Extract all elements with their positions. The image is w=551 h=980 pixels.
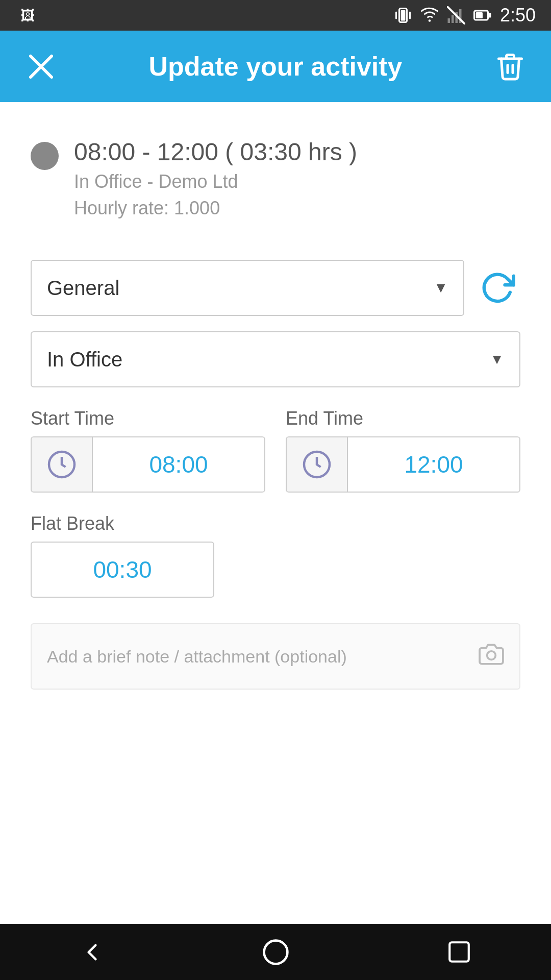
svg-rect-2 — [395, 12, 397, 19]
activity-location: In Office - Demo Ltd — [74, 171, 357, 192]
svg-rect-11 — [475, 12, 483, 18]
svg-rect-1 — [400, 10, 405, 21]
toolbar-title: Update your activity — [61, 51, 490, 82]
vibrate-icon — [394, 6, 412, 24]
close-button[interactable] — [20, 46, 61, 87]
activity-time-range: 08:00 - 12:00 ( 03:30 hrs ) — [74, 138, 357, 166]
back-button[interactable] — [61, 932, 122, 972]
end-time-clock-button[interactable] — [287, 437, 348, 492]
location-dropdown-label: In Office — [47, 348, 122, 371]
svg-rect-3 — [409, 12, 411, 19]
time-section: Start Time 08:00 End Time — [31, 408, 520, 493]
svg-point-17 — [487, 651, 496, 659]
svg-rect-12 — [489, 13, 491, 18]
location-chevron-down-icon: ▼ — [490, 351, 504, 368]
camera-icon — [479, 642, 504, 672]
svg-point-4 — [429, 19, 431, 22]
status-right-icons: 2:50 — [394, 5, 536, 26]
start-time-value[interactable]: 08:00 — [93, 437, 264, 492]
flat-break-value: 00:30 — [93, 556, 152, 583]
bottom-nav — [0, 924, 551, 980]
start-time-clock-button[interactable] — [32, 437, 93, 492]
location-dropdown[interactable]: In Office ▼ — [31, 331, 520, 387]
activity-rate: Hourly rate: 1.000 — [74, 198, 357, 219]
refresh-button[interactable] — [474, 265, 520, 311]
toolbar: Update your activity — [0, 31, 551, 102]
svg-point-18 — [264, 940, 287, 964]
svg-rect-5 — [447, 18, 450, 23]
gallery-icon: 🖼 — [20, 7, 35, 24]
wifi-icon — [420, 6, 439, 24]
category-dropdown-row: General ▼ — [31, 260, 520, 316]
category-chevron-down-icon: ▼ — [434, 280, 448, 296]
flat-break-input[interactable]: 00:30 — [31, 542, 214, 598]
start-time-input-row: 08:00 — [31, 436, 265, 493]
main-content: 08:00 - 12:00 ( 03:30 hrs ) In Office - … — [0, 102, 551, 710]
flat-break-section: Flat Break 00:30 — [31, 513, 520, 598]
delete-button[interactable] — [490, 46, 531, 87]
svg-rect-19 — [449, 942, 469, 962]
flat-break-label: Flat Break — [31, 513, 520, 534]
svg-rect-6 — [452, 15, 454, 23]
end-time-group: End Time 12:00 — [286, 408, 520, 493]
activity-info: 08:00 - 12:00 ( 03:30 hrs ) In Office - … — [74, 138, 357, 219]
end-time-input-row: 12:00 — [286, 436, 520, 493]
recent-apps-button[interactable] — [429, 932, 490, 972]
note-placeholder: Add a brief note / attachment (optional) — [47, 647, 347, 667]
status-time: 2:50 — [500, 5, 536, 26]
start-time-label: Start Time — [31, 408, 265, 429]
activity-summary: 08:00 - 12:00 ( 03:30 hrs ) In Office - … — [31, 128, 520, 229]
battery-icon — [473, 6, 492, 24]
signal-icon — [447, 6, 465, 24]
end-time-label: End Time — [286, 408, 520, 429]
form-section: General ▼ In Office ▼ Start Time — [31, 260, 520, 690]
end-time-value[interactable]: 12:00 — [348, 437, 519, 492]
status-left-icons: 🖼 — [15, 7, 384, 24]
activity-status-dot — [31, 142, 59, 170]
note-input[interactable]: Add a brief note / attachment (optional) — [31, 623, 520, 690]
category-dropdown-label: General — [47, 277, 119, 300]
status-bar: 🖼 2:50 — [0, 0, 551, 31]
category-dropdown[interactable]: General ▼ — [31, 260, 464, 316]
start-time-group: Start Time 08:00 — [31, 408, 265, 493]
home-button[interactable] — [245, 932, 306, 972]
